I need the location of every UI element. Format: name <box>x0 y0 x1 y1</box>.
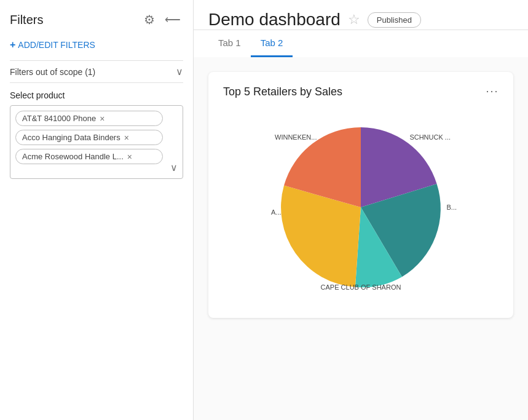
gear-icon-button[interactable]: ⚙ <box>141 10 157 30</box>
chart-card-header: Top 5 Retailers by Sales ⋮ <box>223 84 498 99</box>
add-filter-label: ADD/EDIT FILTERS <box>18 40 95 50</box>
chip-acme-close[interactable]: × <box>127 153 132 161</box>
pie-chart: WINNEKEN... SCHNUCK ... B... CAPE CLUB O… <box>262 109 459 306</box>
select-product-section: Select product AT&T 841000 Phone × Acco … <box>10 90 183 179</box>
sidebar-header: Filters ⚙ ⟵ <box>10 10 183 30</box>
add-edit-filters-button[interactable]: + ADD/EDIT FILTERS <box>10 37 183 53</box>
main-content: Demo dashboard ☆ Published Tab 1 Tab 2 T… <box>194 0 528 420</box>
label-cape: CAPE CLUB OF SHARON <box>321 283 401 291</box>
chart-card: Top 5 Retailers by Sales ⋮ <box>208 72 513 318</box>
tabs-row: Tab 1 Tab 2 <box>194 30 528 57</box>
collapse-panel-icon: ⟵ <box>165 13 181 26</box>
chevron-down-icon: ∨ <box>176 66 183 77</box>
sidebar: Filters ⚙ ⟵ + ADD/EDIT FILTERS Filters o… <box>0 0 194 420</box>
chip-acco-label: Acco Hanging Data Binders <box>22 133 120 142</box>
chip-acme-label: Acme Rosewood Handle L... <box>22 152 124 161</box>
chip-acco: Acco Hanging Data Binders × <box>15 130 163 145</box>
chip-acme: Acme Rosewood Handle L... × <box>15 149 163 164</box>
sidebar-title: Filters <box>10 13 43 27</box>
select-product-label: Select product <box>10 90 183 100</box>
star-icon[interactable]: ☆ <box>348 12 360 28</box>
label-winneken: WINNEKEN... <box>275 133 317 141</box>
filters-out-of-scope-row[interactable]: Filters out of scope (1) ∨ <box>10 60 183 83</box>
chart-title: Top 5 Retailers by Sales <box>223 85 342 98</box>
filters-out-label: Filters out of scope (1) <box>10 67 95 77</box>
sidebar-icon-group: ⚙ ⟵ <box>141 10 183 30</box>
tab-1[interactable]: Tab 1 <box>208 30 251 57</box>
chart-container: WINNEKEN... SCHNUCK ... B... CAPE CLUB O… <box>223 109 498 306</box>
chip-acco-close[interactable]: × <box>124 133 129 142</box>
main-header: Demo dashboard ☆ Published <box>194 0 528 30</box>
dashboard-title: Demo dashboard <box>208 10 341 30</box>
product-select-box[interactable]: AT&T 841000 Phone × Acco Hanging Data Bi… <box>10 105 183 179</box>
chip-att-label: AT&T 841000 Phone <box>22 114 96 123</box>
label-b: B... <box>446 204 457 211</box>
label-schnuck: SCHNUCK ... <box>409 133 451 141</box>
collapse-panel-button[interactable]: ⟵ <box>162 10 183 29</box>
main-body: Top 5 Retailers by Sales ⋮ <box>194 57 528 420</box>
plus-icon: + <box>10 39 15 50</box>
gear-icon: ⚙ <box>144 12 155 27</box>
chip-att: AT&T 841000 Phone × <box>15 111 163 126</box>
dropdown-arrow-icon: ∨ <box>170 162 178 173</box>
tab-2[interactable]: Tab 2 <box>251 30 293 57</box>
chart-options-icon[interactable]: ⋮ <box>485 85 500 98</box>
chip-att-close[interactable]: × <box>100 114 104 123</box>
label-a: A... <box>271 208 282 216</box>
published-badge: Published <box>368 12 421 28</box>
